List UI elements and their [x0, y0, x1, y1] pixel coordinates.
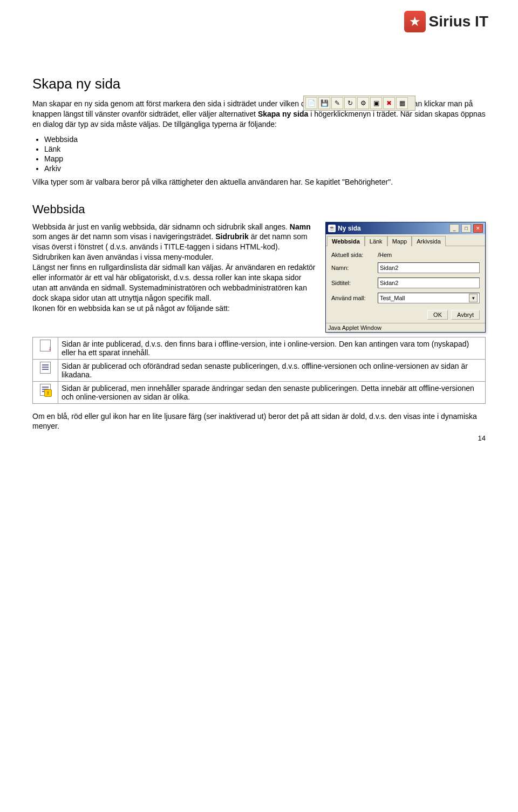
intro-paragraph-2: Vilka typer som är valbara beror på vilk… — [32, 177, 486, 187]
webbsida-paragraph: Webbsida är just en vanlig webbsida, där… — [32, 222, 316, 314]
java-icon: ☕ — [328, 225, 336, 232]
table-row: Sidan är publicerad, men innehåller spar… — [33, 381, 486, 403]
unpublished-page-icon — [33, 337, 58, 359]
sidtitel-input[interactable] — [378, 278, 480, 288]
close-button[interactable]: ✕ — [473, 224, 483, 233]
ok-button[interactable]: OK — [427, 310, 448, 320]
type-list: Webbsida Länk Mapp Arkiv — [32, 135, 486, 173]
icon-desc: Sidan är publicerad, men innehåller spar… — [58, 381, 486, 403]
star-icon: ★ — [404, 11, 426, 32]
misc-icon: ▦ — [396, 97, 408, 109]
changed-page-icon — [33, 381, 58, 403]
list-item: Mapp — [44, 154, 486, 163]
table-row: Sidan är inte publicerad, d.v.s. den fin… — [33, 337, 486, 359]
text-run: Längst ner finns en rullgardinslista där… — [32, 263, 316, 302]
refresh-icon: ↻ — [344, 97, 356, 109]
delete-icon: ✖ — [383, 97, 395, 109]
label-mall: Använd mall: — [331, 295, 374, 301]
brand-name: Sirius IT — [429, 13, 488, 30]
text-run: Ikonen för en webbsida kan se ut på någo… — [32, 304, 230, 313]
chevron-down-icon: ▾ — [469, 294, 478, 302]
mall-combobox[interactable]: Test_Mall ▾ — [378, 293, 480, 303]
list-item: Webbsida — [44, 135, 486, 144]
footer-note: Om en blå, röd eller gul ikon har en lit… — [32, 411, 486, 432]
brand-logo: ★ Sirius IT — [404, 11, 488, 32]
cancel-button[interactable]: Avbryt — [451, 310, 480, 320]
published-page-icon — [33, 359, 58, 381]
edit-icon: ✎ — [331, 97, 343, 109]
toolbar-screenshot: 📄 💾 ✎ ↻ ⚙ ▣ ✖ ▦ — [303, 96, 415, 111]
gear-icon: ⚙ — [357, 97, 369, 109]
tab-mapp[interactable]: Mapp — [387, 236, 412, 246]
intro-bold: Skapa ny sida — [258, 110, 308, 118]
page-number: 14 — [478, 434, 486, 442]
list-item: Arkiv — [44, 164, 486, 173]
maximize-button[interactable]: □ — [461, 224, 471, 233]
view-icon: ▣ — [370, 97, 382, 109]
list-item: Länk — [44, 145, 486, 153]
webbsida-row: Webbsida är just en vanlig webbsida, där… — [32, 222, 486, 333]
tab-lank[interactable]: Länk — [365, 236, 387, 246]
tab-arkivsida[interactable]: Arkivsida — [412, 236, 446, 246]
mall-value: Test_Mall — [380, 295, 405, 301]
minimize-button[interactable]: _ — [449, 224, 459, 233]
save-icon: 💾 — [318, 97, 330, 109]
icon-desc: Sidan är publicerad och oförändrad sedan… — [58, 359, 486, 381]
page-title: Skapa ny sida — [32, 76, 486, 92]
bold-term: Namn — [290, 222, 311, 231]
dialog-statusbar: Java Applet Window — [326, 323, 485, 332]
tab-webbsida[interactable]: Webbsida — [327, 236, 365, 246]
bold-term: Sidrubrik — [215, 232, 248, 241]
section-heading: Webbsida — [32, 202, 486, 216]
new-page-icon: 📄 — [305, 97, 317, 109]
label-namn: Namn: — [331, 265, 374, 271]
dialog-tabs: Webbsida Länk Mapp Arkivsida — [326, 234, 485, 246]
dialog-titlebar: ☕ Ny sida _ □ ✕ — [326, 222, 485, 234]
dialog-body: Aktuell sida: /Hem Namn: Sidtitel: Använ… — [326, 246, 485, 323]
label-sidtitel: Sidtitel: — [331, 280, 374, 286]
intro-block: 📄 💾 ✎ ↻ ⚙ ▣ ✖ ▦ Man skapar en ny sida ge… — [32, 99, 486, 187]
document-page: ★ Sirius IT Skapa ny sida 📄 💾 ✎ ↻ ⚙ ▣ ✖ … — [0, 0, 518, 453]
value-aktuell: /Hem — [378, 252, 392, 258]
label-aktuell: Aktuell sida: — [331, 252, 374, 258]
intro-paragraph-1: Man skapar en ny sida genom att först ma… — [32, 99, 486, 130]
namn-input[interactable] — [378, 262, 480, 273]
dialog-title-text: Ny sida — [338, 225, 447, 232]
table-row: Sidan är publicerad och oförändrad sedan… — [33, 359, 486, 381]
new-page-dialog: ☕ Ny sida _ □ ✕ Webbsida Länk Mapp Arkiv… — [325, 222, 486, 333]
icon-desc: Sidan är inte publicerad, d.v.s. den fin… — [58, 337, 486, 359]
text-run: som anges är det namn som visas i navige… — [32, 232, 215, 241]
text-run: Webbsida är just en vanlig webbsida, där… — [32, 222, 290, 231]
icon-state-table: Sidan är inte publicerad, d.v.s. den fin… — [32, 337, 486, 404]
